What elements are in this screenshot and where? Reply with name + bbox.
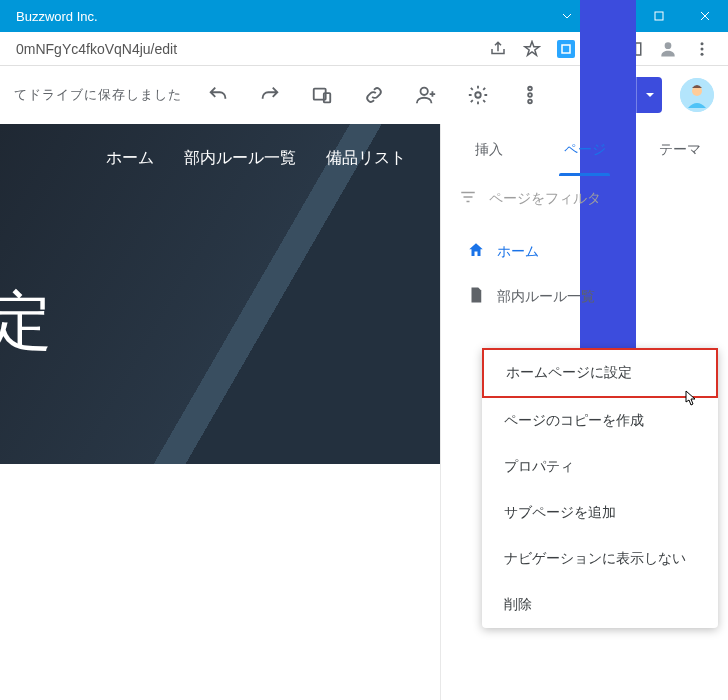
svg-rect-1 [562, 45, 570, 53]
tab-insert[interactable]: 挿入 [441, 124, 537, 176]
pointer-cursor-icon [680, 389, 698, 415]
address-input[interactable] [8, 37, 488, 61]
star-icon[interactable] [522, 39, 542, 59]
menu-add-subpage[interactable]: サブページを追加 [482, 490, 718, 536]
page-filter-row: ページをフィルタ [441, 176, 728, 221]
editor-toolbar: てドライブに保存しました 公開 [0, 66, 728, 124]
link-button[interactable] [352, 75, 396, 115]
site-nav-home[interactable]: ホーム [106, 148, 154, 169]
add-person-button[interactable] [404, 75, 448, 115]
sidepanel-tabs: 挿入 ページ テーマ [441, 124, 728, 176]
svg-point-7 [701, 52, 704, 55]
tab-page[interactable]: ページ [537, 124, 633, 176]
tab-theme[interactable]: テーマ [632, 124, 728, 176]
svg-point-11 [475, 92, 481, 98]
pages-list: ホーム 部内ルール一覧 [441, 221, 728, 327]
menu-delete[interactable]: 削除 [482, 582, 718, 628]
svg-point-12 [528, 87, 532, 91]
page-rules-label: 部内ルール一覧 [497, 288, 595, 306]
page-icon [467, 286, 485, 307]
page-home-label: ホーム [497, 243, 539, 261]
site-preview-header: ホーム 部内ルール一覧 備品リスト 定 [0, 124, 440, 464]
site-nav-rules[interactable]: 部内ルール一覧 [184, 148, 296, 169]
publish-dropdown[interactable] [636, 77, 662, 113]
menu-hide-nav[interactable]: ナビゲーションに表示しない [482, 536, 718, 582]
site-nav-items[interactable]: 備品リスト [326, 148, 406, 169]
filter-icon[interactable] [459, 188, 477, 209]
site-hero-title: 定 [0, 278, 54, 365]
share-icon[interactable] [488, 39, 508, 59]
window-close[interactable] [682, 0, 728, 32]
more-button[interactable] [508, 75, 552, 115]
filter-placeholder[interactable]: ページをフィルタ [489, 190, 601, 208]
site-nav: ホーム 部内ルール一覧 備品リスト [106, 148, 406, 169]
svg-point-4 [665, 42, 672, 49]
window-title: Buzzword Inc. [0, 9, 544, 24]
svg-point-6 [701, 47, 704, 50]
home-icon [467, 241, 485, 262]
page-item-rules[interactable]: 部内ルール一覧 [459, 274, 710, 319]
svg-point-13 [528, 93, 532, 97]
site-canvas[interactable]: ホーム 部内ルール一覧 備品リスト 定 [0, 124, 440, 700]
svg-point-14 [528, 100, 532, 104]
svg-point-5 [701, 42, 704, 45]
preview-devices-button[interactable] [300, 75, 344, 115]
account-avatar[interactable] [680, 78, 714, 112]
overflow-icon[interactable] [692, 39, 712, 59]
extension-blue-icon[interactable] [556, 39, 576, 59]
menu-properties[interactable]: プロパティ [482, 444, 718, 490]
undo-button[interactable] [196, 75, 240, 115]
drive-save-status: てドライブに保存しました [14, 86, 182, 104]
page-item-home[interactable]: ホーム [459, 229, 710, 274]
svg-point-10 [421, 88, 428, 95]
settings-button[interactable] [456, 75, 500, 115]
redo-button[interactable] [248, 75, 292, 115]
